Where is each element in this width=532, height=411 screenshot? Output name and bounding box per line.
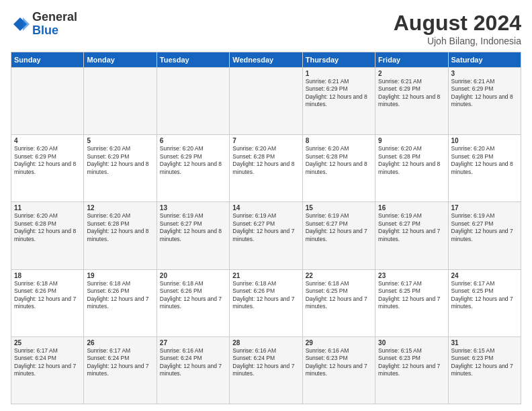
weekday-header-sunday: Sunday — [11, 52, 84, 68]
weekday-header-tuesday: Tuesday — [157, 52, 229, 68]
svg-marker-1 — [23, 17, 30, 31]
day-info: Sunrise: 6:16 AM Sunset: 6:23 PM Dayligh… — [306, 347, 372, 378]
day-info: Sunrise: 6:17 AM Sunset: 6:25 PM Dayligh… — [378, 280, 445, 311]
day-cell: 12Sunrise: 6:20 AM Sunset: 6:28 PM Dayli… — [84, 202, 157, 269]
day-info: Sunrise: 6:18 AM Sunset: 6:26 PM Dayligh… — [87, 280, 153, 311]
day-info: Sunrise: 6:15 AM Sunset: 6:23 PM Dayligh… — [451, 347, 518, 378]
day-number: 27 — [160, 339, 226, 347]
day-cell: 30Sunrise: 6:15 AM Sunset: 6:23 PM Dayli… — [375, 336, 448, 404]
day-info: Sunrise: 6:16 AM Sunset: 6:24 PM Dayligh… — [232, 347, 299, 378]
day-cell — [157, 68, 229, 135]
day-info: Sunrise: 6:20 AM Sunset: 6:29 PM Dayligh… — [160, 145, 226, 176]
day-cell: 16Sunrise: 6:19 AM Sunset: 6:27 PM Dayli… — [375, 202, 448, 269]
day-number: 6 — [160, 137, 226, 144]
day-info: Sunrise: 6:20 AM Sunset: 6:28 PM Dayligh… — [232, 145, 299, 176]
day-number: 31 — [451, 339, 518, 347]
week-row-1: 1Sunrise: 6:21 AM Sunset: 6:29 PM Daylig… — [11, 68, 521, 135]
day-cell: 5Sunrise: 6:20 AM Sunset: 6:29 PM Daylig… — [84, 135, 157, 202]
day-number: 2 — [378, 70, 445, 77]
day-number: 1 — [306, 70, 372, 77]
day-info: Sunrise: 6:20 AM Sunset: 6:29 PM Dayligh… — [87, 145, 153, 176]
day-number: 9 — [378, 137, 445, 144]
day-cell: 24Sunrise: 6:17 AM Sunset: 6:25 PM Dayli… — [448, 269, 521, 336]
week-row-3: 11Sunrise: 6:20 AM Sunset: 6:28 PM Dayli… — [11, 202, 521, 269]
day-info: Sunrise: 6:17 AM Sunset: 6:24 PM Dayligh… — [14, 347, 81, 378]
page: General Blue August 2024 Ujoh Bilang, In… — [0, 0, 532, 411]
day-cell: 21Sunrise: 6:18 AM Sunset: 6:26 PM Dayli… — [230, 269, 302, 336]
day-cell: 25Sunrise: 6:17 AM Sunset: 6:24 PM Dayli… — [11, 336, 84, 404]
day-cell: 26Sunrise: 6:17 AM Sunset: 6:24 PM Dayli… — [84, 336, 157, 404]
day-cell: 11Sunrise: 6:20 AM Sunset: 6:28 PM Dayli… — [11, 202, 84, 269]
day-cell: 31Sunrise: 6:15 AM Sunset: 6:23 PM Dayli… — [448, 336, 521, 404]
day-cell: 9Sunrise: 6:20 AM Sunset: 6:28 PM Daylig… — [375, 135, 448, 202]
logo-icon — [11, 15, 30, 34]
day-info: Sunrise: 6:21 AM Sunset: 6:29 PM Dayligh… — [451, 78, 518, 109]
day-cell: 29Sunrise: 6:16 AM Sunset: 6:23 PM Dayli… — [302, 336, 375, 404]
title-block: August 2024 Ujoh Bilang, Indonesia — [394, 11, 521, 46]
day-number: 13 — [160, 204, 226, 212]
day-number: 26 — [87, 339, 153, 347]
day-cell: 18Sunrise: 6:18 AM Sunset: 6:26 PM Dayli… — [11, 269, 84, 336]
day-info: Sunrise: 6:20 AM Sunset: 6:29 PM Dayligh… — [14, 145, 81, 176]
title-location: Ujoh Bilang, Indonesia — [394, 36, 521, 46]
day-number: 16 — [378, 204, 445, 212]
day-number: 22 — [306, 272, 372, 279]
day-number: 5 — [87, 137, 153, 144]
logo: General Blue — [11, 11, 77, 38]
logo-text: General Blue — [32, 11, 77, 38]
day-info: Sunrise: 6:15 AM Sunset: 6:23 PM Dayligh… — [378, 347, 445, 378]
day-cell: 1Sunrise: 6:21 AM Sunset: 6:29 PM Daylig… — [302, 68, 375, 135]
weekday-header-row: SundayMondayTuesdayWednesdayThursdayFrid… — [11, 52, 521, 68]
day-cell: 27Sunrise: 6:16 AM Sunset: 6:24 PM Dayli… — [157, 336, 229, 404]
day-number: 8 — [306, 137, 372, 144]
day-number: 21 — [232, 272, 299, 279]
day-number: 4 — [14, 137, 81, 144]
day-cell: 13Sunrise: 6:19 AM Sunset: 6:27 PM Dayli… — [157, 202, 229, 269]
day-cell: 4Sunrise: 6:20 AM Sunset: 6:29 PM Daylig… — [11, 135, 84, 202]
day-cell: 3Sunrise: 6:21 AM Sunset: 6:29 PM Daylig… — [448, 68, 521, 135]
day-cell: 2Sunrise: 6:21 AM Sunset: 6:29 PM Daylig… — [375, 68, 448, 135]
day-info: Sunrise: 6:16 AM Sunset: 6:24 PM Dayligh… — [160, 347, 226, 378]
week-row-4: 18Sunrise: 6:18 AM Sunset: 6:26 PM Dayli… — [11, 269, 521, 336]
day-cell: 10Sunrise: 6:20 AM Sunset: 6:28 PM Dayli… — [448, 135, 521, 202]
day-info: Sunrise: 6:19 AM Sunset: 6:27 PM Dayligh… — [378, 212, 445, 243]
day-info: Sunrise: 6:18 AM Sunset: 6:26 PM Dayligh… — [14, 280, 81, 311]
day-cell: 7Sunrise: 6:20 AM Sunset: 6:28 PM Daylig… — [230, 135, 302, 202]
week-row-2: 4Sunrise: 6:20 AM Sunset: 6:29 PM Daylig… — [11, 135, 521, 202]
day-number: 18 — [14, 272, 81, 279]
week-row-5: 25Sunrise: 6:17 AM Sunset: 6:24 PM Dayli… — [11, 336, 521, 404]
day-cell: 28Sunrise: 6:16 AM Sunset: 6:24 PM Dayli… — [230, 336, 302, 404]
day-info: Sunrise: 6:20 AM Sunset: 6:28 PM Dayligh… — [378, 145, 445, 176]
header: General Blue August 2024 Ujoh Bilang, In… — [11, 11, 521, 46]
day-info: Sunrise: 6:20 AM Sunset: 6:28 PM Dayligh… — [14, 212, 81, 243]
day-cell: 15Sunrise: 6:19 AM Sunset: 6:27 PM Dayli… — [302, 202, 375, 269]
day-info: Sunrise: 6:18 AM Sunset: 6:26 PM Dayligh… — [160, 280, 226, 311]
day-cell — [230, 68, 302, 135]
weekday-header-saturday: Saturday — [448, 52, 521, 68]
day-cell: 19Sunrise: 6:18 AM Sunset: 6:26 PM Dayli… — [84, 269, 157, 336]
day-cell — [84, 68, 157, 135]
day-info: Sunrise: 6:19 AM Sunset: 6:27 PM Dayligh… — [451, 212, 518, 243]
day-number: 30 — [378, 339, 445, 347]
day-cell: 6Sunrise: 6:20 AM Sunset: 6:29 PM Daylig… — [157, 135, 229, 202]
day-number: 14 — [232, 204, 299, 212]
day-info: Sunrise: 6:19 AM Sunset: 6:27 PM Dayligh… — [160, 212, 226, 243]
day-cell: 20Sunrise: 6:18 AM Sunset: 6:26 PM Dayli… — [157, 269, 229, 336]
day-number: 11 — [14, 204, 81, 212]
day-info: Sunrise: 6:20 AM Sunset: 6:28 PM Dayligh… — [306, 145, 372, 176]
day-info: Sunrise: 6:17 AM Sunset: 6:25 PM Dayligh… — [451, 280, 518, 311]
title-month: August 2024 — [394, 11, 521, 36]
day-number: 12 — [87, 204, 153, 212]
day-number: 25 — [14, 339, 81, 347]
day-number: 3 — [451, 70, 518, 77]
calendar: SundayMondayTuesdayWednesdayThursdayFrid… — [11, 52, 521, 404]
day-info: Sunrise: 6:19 AM Sunset: 6:27 PM Dayligh… — [232, 212, 299, 243]
day-info: Sunrise: 6:20 AM Sunset: 6:28 PM Dayligh… — [451, 145, 518, 176]
logo-blue: Blue — [32, 24, 58, 37]
day-info: Sunrise: 6:18 AM Sunset: 6:25 PM Dayligh… — [306, 280, 372, 311]
day-number: 29 — [306, 339, 372, 347]
day-info: Sunrise: 6:21 AM Sunset: 6:29 PM Dayligh… — [306, 78, 372, 109]
day-cell: 23Sunrise: 6:17 AM Sunset: 6:25 PM Dayli… — [375, 269, 448, 336]
day-cell: 8Sunrise: 6:20 AM Sunset: 6:28 PM Daylig… — [302, 135, 375, 202]
logo-general: General — [32, 10, 77, 24]
